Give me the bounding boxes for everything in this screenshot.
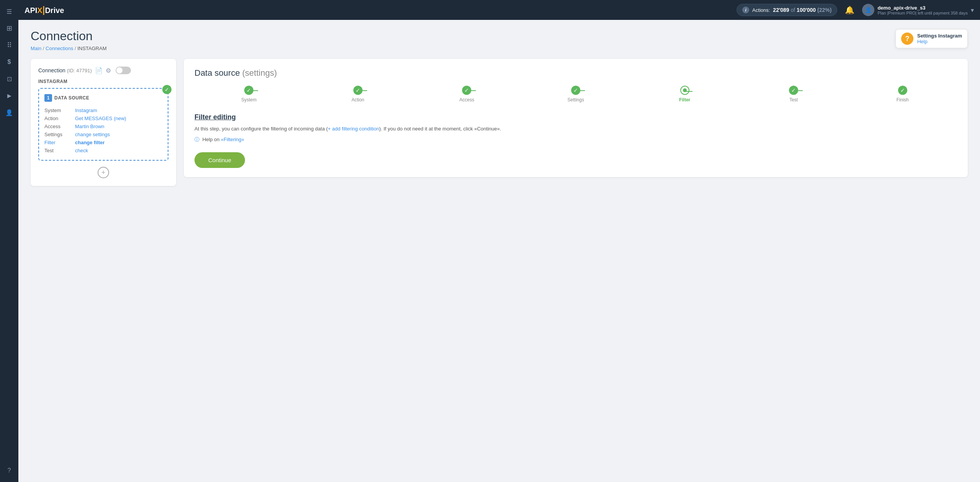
breadcrumb-connections[interactable]: Connections (46, 46, 73, 51)
step-circle-action: ✓ (353, 86, 363, 95)
user-plan: Plan |Premium PRO| left until payment 35… (877, 11, 968, 15)
filter-value-link[interactable]: change filter (75, 140, 105, 145)
table-row: Action Get MESSAGES (new) (44, 114, 162, 122)
sidebar-item-media[interactable]: ▶ (2, 89, 16, 103)
step-filter: Filter (630, 86, 739, 103)
filter-description: At this step, you can configure the filt… (194, 125, 957, 133)
sidebar-item-help[interactable]: ? (2, 464, 16, 477)
help-question-icon: ? (901, 33, 913, 45)
sidebar-item-profile[interactable]: 👤 (2, 106, 16, 119)
logo: APIX|Drive (24, 5, 64, 15)
step-circle-access: ✓ (462, 86, 471, 95)
system-value-link[interactable]: Instagram (75, 107, 97, 113)
info-icon: i (742, 7, 749, 13)
gear-icon[interactable]: ⚙ (106, 67, 111, 74)
filter-help-text: ⓘ Help on «Filtering» (194, 136, 957, 143)
sidebar-item-dashboard[interactable]: ⊞ (2, 21, 16, 35)
content-area: Connection Main / Connections / INSTAGRA… (18, 20, 980, 482)
continue-button[interactable]: Continue (194, 152, 245, 168)
field-label: Settings (44, 130, 75, 138)
help-link[interactable]: Help (917, 39, 962, 44)
datasource-table: System Instagram Action Get MESSAGES (ne… (44, 106, 162, 155)
page-header: Connection Main / Connections / INSTAGRA… (31, 29, 968, 51)
badge-number: 1 (44, 94, 52, 102)
access-value-link[interactable]: Martin Brown (75, 124, 105, 129)
table-row: Access Martin Brown (44, 122, 162, 130)
breadcrumb-main[interactable]: Main (31, 46, 41, 51)
user-name: demo_apix-drive_s3 (877, 5, 968, 11)
step-system: ✓ System (194, 86, 304, 103)
table-row: Filter change filter (44, 138, 162, 147)
filter-editing-title: Filter editing (194, 113, 957, 121)
steps-bar: ✓ System ✓ Action (194, 86, 957, 103)
field-label: Access (44, 122, 75, 130)
add-filter-link[interactable]: + add filtering condition (328, 126, 379, 132)
table-row: Settings change settings (44, 130, 162, 138)
sidebar-item-tools[interactable]: ⊡ (2, 72, 16, 86)
datasource-badge: 1 DATA SOURCE (44, 94, 162, 102)
datasource-title: Data source (settings) (194, 68, 957, 78)
actions-count: 22'089 of 100'000 (22%) (773, 7, 831, 13)
avatar: 👤 (862, 4, 874, 16)
step-circle-filter (680, 86, 689, 95)
page-title: Connection (31, 29, 107, 43)
connection-header: Connection (ID: 47791) 📄 ⚙ (38, 67, 168, 74)
topnav: APIX|Drive i Actions: 22'089 of 100'000 … (18, 0, 980, 20)
filter-label: Filter (44, 138, 75, 147)
badge-label: DATA SOURCE (54, 95, 89, 101)
two-column-layout: Connection (ID: 47791) 📄 ⚙ INSTAGRAM ✓ 1… (31, 59, 968, 186)
add-datasource-area: + (38, 167, 168, 178)
step-label-finish: Finish (897, 97, 909, 103)
step-test: ✓ Test (739, 86, 848, 103)
datasource-check-icon: ✓ (162, 85, 172, 94)
connection-toggle[interactable] (116, 67, 131, 74)
data-source-box: ✓ 1 DATA SOURCE System Instagram Action … (38, 88, 168, 161)
step-access: ✓ Access (412, 86, 521, 103)
step-label-action: Action (351, 97, 364, 103)
step-label-access: Access (459, 97, 474, 103)
table-row: Test check (44, 147, 162, 155)
actions-label: Actions: (752, 7, 770, 13)
connection-title: Connection (ID: 47791) (38, 67, 92, 73)
step-label-system: System (241, 97, 256, 103)
document-icon[interactable]: 📄 (95, 67, 103, 74)
step-settings: ✓ Settings (521, 86, 630, 103)
step-circle-finish: ✓ (898, 86, 907, 95)
step-label-settings: Settings (567, 97, 584, 103)
sidebar-item-connections[interactable]: ⠿ (2, 38, 16, 52)
test-value-link[interactable]: check (75, 148, 88, 153)
left-panel: Connection (ID: 47791) 📄 ⚙ INSTAGRAM ✓ 1… (31, 59, 176, 186)
step-circle-system: ✓ (244, 86, 253, 95)
breadcrumb-current: INSTAGRAM (77, 46, 106, 51)
actions-badge: i Actions: 22'089 of 100'000 (22%) (737, 4, 837, 16)
step-label-filter: Filter (679, 97, 690, 103)
breadcrumb: Main / Connections / INSTAGRAM (31, 46, 107, 51)
sidebar: ☰ ⊞ ⠿ $ ⊡ ▶ 👤 ? (0, 0, 18, 482)
right-panel: Data source (settings) ✓ System (184, 59, 968, 177)
field-label: System (44, 106, 75, 114)
chevron-down-icon: ▾ (971, 7, 974, 14)
step-circle-test: ✓ (789, 86, 798, 95)
help-title: Settings Instagram (917, 33, 962, 39)
action-value-link[interactable]: Get MESSAGES (new) (75, 116, 126, 121)
notification-icon[interactable]: 🔔 (845, 5, 854, 15)
step-action: ✓ Action (304, 86, 413, 103)
connection-system-label: INSTAGRAM (38, 79, 168, 84)
field-label: Action (44, 114, 75, 122)
field-label: Test (44, 147, 75, 155)
hamburger-menu[interactable]: ☰ (2, 5, 16, 18)
add-datasource-button[interactable]: + (98, 167, 109, 178)
sidebar-item-billing[interactable]: $ (2, 55, 16, 69)
step-finish: ✓ Finish (848, 86, 957, 103)
step-label-test: Test (789, 97, 798, 103)
user-menu[interactable]: 👤 demo_apix-drive_s3 Plan |Premium PRO| … (862, 4, 974, 16)
step-circle-settings: ✓ (571, 86, 580, 95)
filtering-help-link[interactable]: «Filtering» (221, 137, 244, 142)
table-row: System Instagram (44, 106, 162, 114)
help-widget: ? Settings Instagram Help (895, 29, 968, 48)
settings-value-link[interactable]: change settings (75, 132, 110, 137)
